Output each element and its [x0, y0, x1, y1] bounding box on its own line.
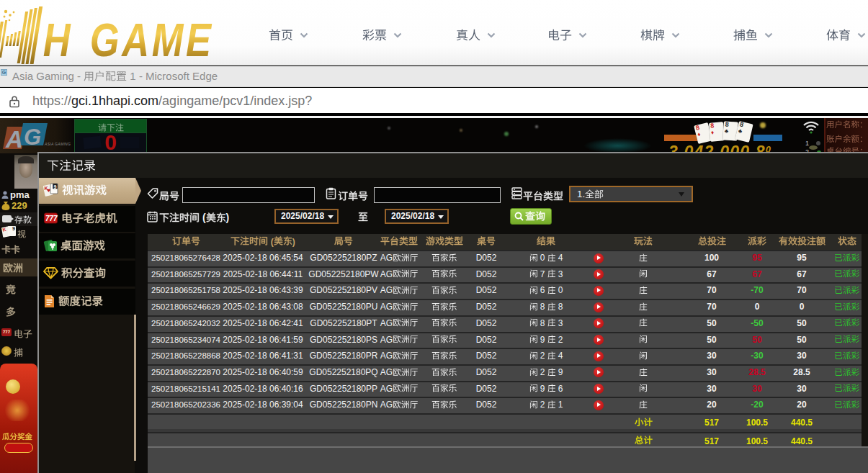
svg-text:777: 777: [45, 215, 58, 222]
svg-text:ASIA GAMING: ASIA GAMING: [44, 142, 71, 146]
svg-text:H GAME: H GAME: [43, 14, 214, 66]
svg-text:A: A: [5, 126, 23, 153]
svg-text:9: 9: [54, 184, 57, 189]
svg-text:G: G: [24, 125, 41, 150]
